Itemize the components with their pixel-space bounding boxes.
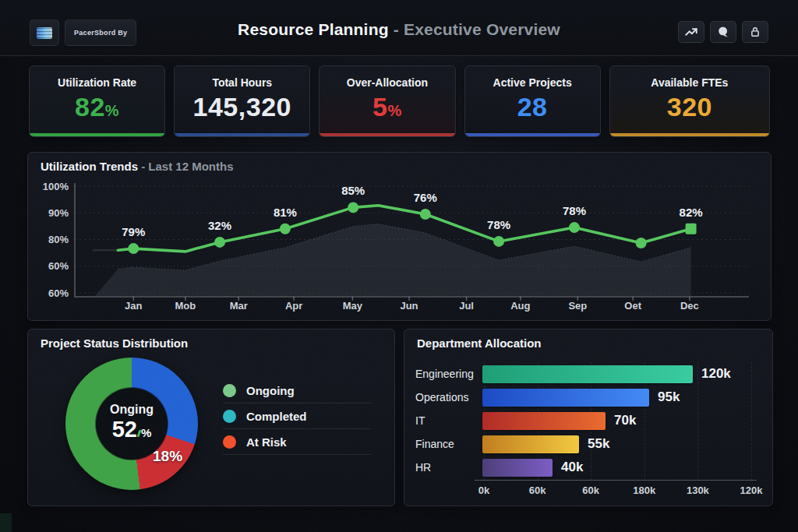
corner-artifact (0, 513, 12, 532)
kpi-label: Available FTEs (610, 76, 769, 89)
dept-tick-label: 180k (633, 484, 655, 496)
bar-finance[interactable] (482, 435, 579, 453)
kpi-label: Utilization Rate (30, 76, 164, 89)
trends-card-title: Utilization Trends - Last 12 Months (41, 160, 234, 173)
kpi-accent-bar (610, 133, 769, 136)
dept-label: Finance (415, 438, 482, 450)
project-status-card: Project Status Distribution Onging 52% 1… (27, 329, 395, 506)
data-point-label: 78% (487, 218, 510, 231)
kpi-value: 82% (30, 92, 164, 125)
dept-tick-label: 60k (582, 484, 599, 496)
kpi-accent-bar (175, 133, 309, 136)
data-point-label: 79% (122, 225, 145, 238)
legend-item-at-risk[interactable]: At Risk (223, 429, 371, 455)
data-point-label: 78% (563, 204, 586, 217)
dept-bar-rows: Engineering120kOperations95kIT70kFinance… (415, 362, 764, 479)
utilization-trends-card: Utilization Trends - Last 12 Months 100%… (27, 152, 772, 321)
at-risk-slice-label: 18% (153, 448, 182, 465)
app-header: PacerSbord By Resource Planning - Execut… (0, 0, 798, 56)
y-tick-label: 90% (48, 207, 69, 219)
x-tick-label: Aug (510, 300, 530, 312)
lock-button[interactable] (742, 21, 768, 43)
comment-button[interactable] (710, 21, 736, 43)
data-point-marker[interactable] (686, 224, 697, 234)
kpi-accent-bar (30, 133, 164, 136)
x-tick-label: Dec (680, 300, 699, 312)
dept-tick-label: 0k (478, 484, 489, 496)
trending-arrow-icon (684, 25, 698, 39)
dept-row-finance: Finance55k (415, 432, 764, 456)
dept-label: Engineering (415, 368, 482, 380)
y-tick-label: 80% (48, 234, 69, 245)
dept-row-engineering: Engineering120k (415, 362, 764, 386)
data-point-label: 32% (208, 219, 231, 232)
kpi-card-available-ftes: Available FTEs320 (609, 65, 770, 137)
legend-swatch-ongoing (223, 384, 236, 397)
y-tick-label: 100% (43, 181, 69, 192)
dept-label: IT (415, 414, 482, 427)
kpi-card-over-allocation: Over-Allocation5% (319, 65, 455, 137)
x-tick-label: May (343, 300, 363, 312)
data-point-marker[interactable] (636, 238, 647, 248)
kpi-row: Utilization Rate82%Total Hours145,320Ove… (29, 65, 770, 137)
trends-subtitle: - Last 12 Months (141, 160, 233, 173)
dept-tick-label: 120k (740, 484, 763, 496)
page-title-main: Resource Planning (238, 20, 389, 38)
kpi-accent-bar (320, 133, 454, 136)
kpi-card-active-projects: Active Projects28 (464, 65, 601, 137)
kpi-label: Total Hours (175, 76, 309, 89)
kpi-value: 320 (610, 92, 769, 122)
bar-engineering[interactable] (482, 365, 693, 383)
kpi-accent-bar (465, 133, 600, 136)
bar-operations[interactable] (482, 389, 649, 407)
dept-value-label: 55k (588, 436, 609, 452)
donut-center-label: Onging (110, 403, 154, 417)
trends-title: Utilization Trends (41, 160, 138, 173)
donut-center-value: 52% (112, 417, 152, 445)
dept-x-axis (475, 480, 757, 481)
dept-value-label: 70k (614, 413, 636, 428)
bar-it[interactable] (482, 412, 606, 430)
dashboard-root: PacerSbord By Resource Planning - Execut… (0, 0, 798, 532)
dept-row-hr: HR40k (415, 456, 764, 479)
kpi-value: 5% (320, 92, 454, 125)
bar-hr[interactable] (482, 459, 553, 477)
comment-icon (716, 25, 730, 39)
data-point-marker[interactable] (128, 243, 139, 254)
dept-value-label: 120k (701, 366, 731, 382)
legend-item-ongoing[interactable]: Ongoing (223, 378, 371, 403)
header-actions (678, 21, 768, 43)
data-point-label: 85% (341, 184, 365, 197)
dept-label: HR (415, 461, 482, 474)
donut-card-title: Project Status Distribution (41, 336, 188, 350)
dept-tick-label: 60k (529, 484, 546, 496)
dept-label: Operations (415, 391, 482, 403)
x-tick-label: Apr (285, 300, 302, 312)
legend-item-completed[interactable]: Completed (223, 403, 371, 429)
kpi-label: Active Projects (465, 76, 600, 89)
status-donut-chart[interactable]: Onging 52% 18% (65, 358, 198, 490)
dept-value-label: 95k (658, 389, 680, 405)
data-point-marker[interactable] (569, 222, 580, 233)
legend-swatch-completed (223, 410, 236, 423)
data-point-marker[interactable] (348, 202, 358, 213)
data-point-marker[interactable] (280, 224, 291, 234)
kpi-label: Over-Allocation (320, 76, 454, 89)
dept-tick-label: 130k (687, 484, 709, 496)
data-point-marker[interactable] (214, 237, 225, 248)
page-title-sub: - Executive Overview (394, 20, 560, 38)
utilization-line-chart: 100%90%80%60%60%JanMobMarAprMayJunJulAug… (28, 172, 771, 319)
x-tick-label: Oet (624, 300, 641, 312)
trending-arrow-button[interactable] (678, 21, 704, 43)
x-tick-label: Mar (230, 300, 248, 312)
donut-title: Project Status Distribution (41, 336, 188, 350)
dept-value-label: 40k (561, 460, 583, 475)
x-tick-label: Jun (400, 300, 418, 312)
kpi-value: 145,320 (175, 92, 309, 122)
data-point-marker[interactable] (493, 236, 504, 247)
data-point-marker[interactable] (420, 209, 431, 220)
status-legend: Ongoing Completed At Risk (223, 378, 371, 455)
data-point-label: 81% (274, 206, 297, 219)
dept-row-it: IT70k (415, 409, 764, 432)
data-point-label: 82% (680, 206, 703, 219)
